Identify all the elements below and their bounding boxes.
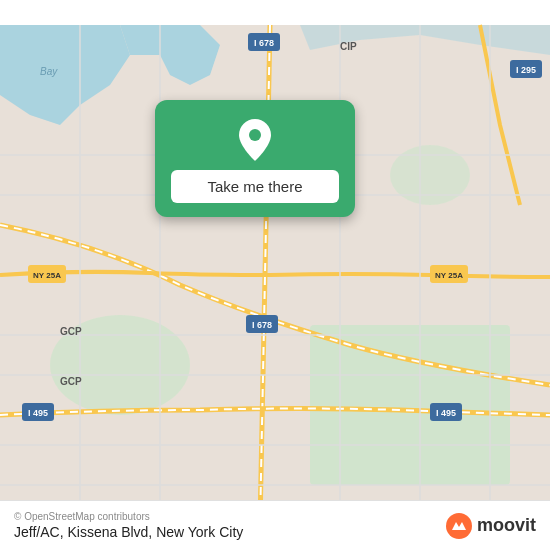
- location-card[interactable]: Take me there: [155, 100, 355, 217]
- moovit-logo: moovit: [445, 512, 536, 540]
- svg-text:I 495: I 495: [436, 408, 456, 418]
- svg-text:I 495: I 495: [28, 408, 48, 418]
- svg-text:NY 25A: NY 25A: [33, 271, 61, 280]
- svg-point-35: [249, 129, 261, 141]
- svg-text:I 295: I 295: [516, 65, 536, 75]
- bottom-bar: © OpenStreetMap contributors Jeff/AC, Ki…: [0, 500, 550, 550]
- svg-text:I 678: I 678: [254, 38, 274, 48]
- location-name: Jeff/AC, Kissena Blvd, New York City: [14, 524, 243, 540]
- svg-text:GCP: GCP: [60, 326, 82, 337]
- svg-text:NY 25A: NY 25A: [435, 271, 463, 280]
- svg-text:I 678: I 678: [252, 320, 272, 330]
- svg-text:GCP: GCP: [60, 376, 82, 387]
- copyright-text: © OpenStreetMap contributors: [14, 511, 243, 522]
- moovit-icon: [445, 512, 473, 540]
- svg-point-3: [390, 145, 470, 205]
- moovit-text: moovit: [477, 515, 536, 536]
- svg-text:CIP: CIP: [340, 41, 357, 52]
- map-background: I 678 I 678 I 495 I 495 NY 25A NY 25A I …: [0, 0, 550, 550]
- location-pin-icon: [233, 118, 277, 162]
- svg-text:Bay: Bay: [40, 66, 58, 77]
- svg-point-36: [446, 513, 472, 539]
- map-container: I 678 I 678 I 495 I 495 NY 25A NY 25A I …: [0, 0, 550, 550]
- take-me-there-button[interactable]: Take me there: [171, 170, 339, 203]
- bottom-left-info: © OpenStreetMap contributors Jeff/AC, Ki…: [14, 511, 243, 540]
